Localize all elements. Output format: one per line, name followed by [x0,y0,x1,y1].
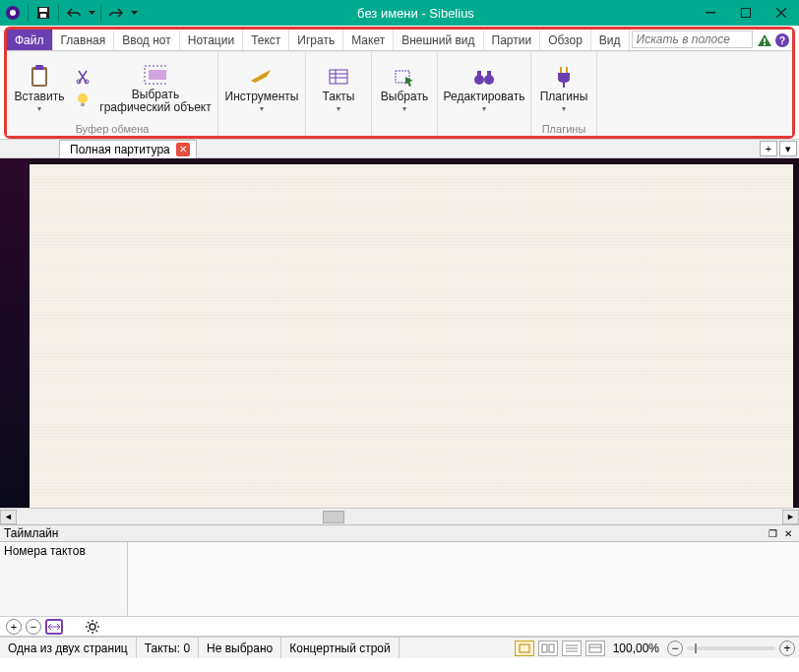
tab-menu-button[interactable]: ▾ [779,141,797,156]
tab-appearance[interactable]: Внешний вид [394,30,483,50]
close-button[interactable] [764,0,799,26]
bars-button[interactable]: Такты ▾ [310,56,367,121]
edit-button[interactable]: Редактировать ▾ [442,56,526,121]
svg-rect-29 [560,67,562,73]
svg-point-16 [78,93,88,103]
zoom-slider[interactable] [687,646,775,650]
select-button[interactable]: Выбрать ▾ [376,56,433,121]
svg-point-32 [90,624,95,630]
redo-icon[interactable] [105,2,127,24]
plug-icon [551,64,577,90]
timeline-remove-icon[interactable]: − [26,619,41,635]
svg-line-40 [96,622,98,624]
svg-rect-27 [477,71,481,77]
timeline-width-icon[interactable] [45,619,63,635]
timeline-header: Таймлайн ❐ ✕ [0,524,799,542]
trumpet-icon [249,64,275,90]
status-pages[interactable]: Одна из двух страниц [0,638,137,658]
tab-notations[interactable]: Нотации [180,30,243,50]
tab-home[interactable]: Главная [53,30,115,50]
scroll-thumb[interactable] [323,511,344,523]
zoom-value[interactable]: 100,00% [613,641,659,655]
timeline-settings-icon[interactable] [85,619,100,635]
undo-icon[interactable] [63,2,85,24]
separator [58,4,59,22]
horizontal-scrollbar[interactable]: ◄ ► [0,508,799,524]
chevron-down-icon: ▾ [402,104,406,113]
tab-layout[interactable]: Макет [343,30,394,50]
svg-line-39 [88,630,90,632]
zoom-in-icon[interactable]: + [779,641,795,656]
paste-label: Вставить [15,91,65,103]
svg-text:?: ? [779,35,785,46]
svg-rect-17 [81,103,85,106]
scroll-left-icon[interactable]: ◄ [0,510,17,524]
svg-point-1 [10,10,16,16]
timeline-row-label: Номера тактов [0,542,128,616]
group-clipboard-label: Буфер обмена [11,122,214,136]
tab-review[interactable]: Обзор [540,30,591,50]
ribbon-search[interactable] [632,31,753,48]
window-title: без имени - Sibelius [139,6,693,21]
document-tab-strip: Полная партитура ✕ + ▾ [0,139,799,158]
tab-text[interactable]: Текст [243,30,289,50]
chevron-down-icon: ▾ [337,104,340,113]
svg-rect-28 [487,71,491,77]
timeline-dock-icon[interactable]: ❐ [766,526,779,540]
document-tab[interactable]: Полная партитура ✕ [59,140,197,158]
tab-file[interactable]: Файл [7,30,53,50]
view-mode-1-icon[interactable] [515,641,534,656]
timeline-close-icon[interactable]: ✕ [781,526,795,540]
lightbulb-icon[interactable] [72,90,93,111]
view-mode-3-icon[interactable] [562,641,582,656]
scroll-track[interactable] [17,510,782,524]
timeline-content[interactable] [128,542,799,616]
group-clipboard: Вставить ▾ Выбрать графический объект Бу… [7,52,218,136]
tab-play[interactable]: Играть [289,30,343,50]
view-mode-4-icon[interactable] [585,641,605,656]
binoculars-icon [471,64,497,90]
timeline-add-icon[interactable]: + [6,619,22,635]
zoom-out-icon[interactable]: − [667,641,683,656]
group-plugins-label: Плагины [535,122,592,136]
minimize-button[interactable] [693,0,728,26]
svg-line-38 [96,630,98,632]
app-icon[interactable] [2,2,24,24]
timeline-body: Номера тактов [0,542,799,617]
instruments-button[interactable]: Инструменты ▾ [222,56,301,121]
select-graphic-label: Выбрать графический объект [97,89,214,114]
quick-access-toolbar [0,2,139,24]
plugins-button[interactable]: Плагины ▾ [535,56,592,121]
undo-dropdown-icon[interactable] [87,2,96,24]
warning-icon[interactable] [757,33,772,47]
svg-rect-4 [40,14,46,18]
new-tab-button[interactable]: + [760,141,777,156]
ribbon-search-input[interactable] [637,32,748,46]
title-bar: без имени - Sibelius [0,0,799,26]
paste-button[interactable]: Вставить ▾ [11,56,68,121]
tab-note-input[interactable]: Ввод нот [114,30,180,50]
maximize-button[interactable] [728,0,764,26]
close-tab-icon[interactable]: ✕ [176,143,190,156]
plugins-label: Плагины [540,91,588,103]
save-icon[interactable] [32,2,54,24]
svg-rect-43 [549,644,554,652]
select-label: Выбрать [381,91,428,103]
score-area: ◄ ► [0,158,799,524]
view-mode-2-icon[interactable] [538,641,558,656]
svg-rect-19 [149,70,166,80]
select-graphic-icon [143,62,168,88]
score-page[interactable] [30,164,793,508]
tab-view[interactable]: Вид [591,30,630,50]
separator [100,4,101,22]
instruments-label: Инструменты [225,91,299,103]
redo-dropdown-icon[interactable] [129,2,139,24]
cut-icon[interactable] [72,66,93,88]
svg-rect-6 [742,9,751,18]
status-pitch[interactable]: Концертный строй [281,638,399,658]
tab-parts[interactable]: Партии [484,30,541,50]
edit-label: Редактировать [444,91,525,103]
scroll-right-icon[interactable]: ► [782,510,799,524]
help-icon[interactable]: ? [774,33,790,47]
select-graphic-button[interactable]: Выбрать графический объект [97,56,214,121]
